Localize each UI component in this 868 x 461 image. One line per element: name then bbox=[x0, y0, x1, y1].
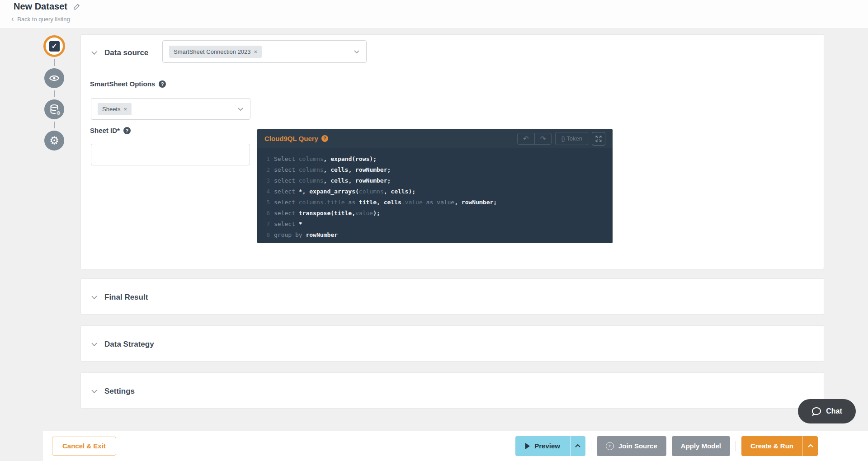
final-result-section-header[interactable]: Final Result bbox=[91, 293, 148, 302]
line-number: 4 bbox=[264, 186, 270, 197]
chat-button[interactable]: Chat bbox=[798, 399, 856, 423]
eye-icon bbox=[49, 74, 60, 82]
chevron-left-icon: ‹ bbox=[11, 15, 14, 23]
play-icon bbox=[525, 443, 530, 449]
stepper-connector bbox=[54, 90, 55, 97]
help-icon[interactable]: ? bbox=[159, 80, 166, 88]
data-strategy-card: Data Strategy bbox=[80, 325, 824, 362]
gear-icon: ⚙ bbox=[49, 135, 59, 146]
remove-tag-icon[interactable]: × bbox=[123, 106, 127, 113]
code-line: 5select columns.title as title, cells.va… bbox=[264, 197, 609, 208]
code-line: 3select columns, cells, rowNumber; bbox=[264, 175, 609, 186]
code-line: 7select * bbox=[264, 219, 609, 230]
stepper-step-query[interactable]: ✓ bbox=[43, 35, 65, 57]
remove-tag-icon[interactable]: × bbox=[254, 48, 258, 55]
preview-label: Preview bbox=[534, 442, 560, 450]
preview-button[interactable]: Preview bbox=[515, 436, 570, 456]
preview-options-caret[interactable] bbox=[570, 436, 585, 456]
stepper-step-settings[interactable]: ⚙ bbox=[44, 131, 64, 151]
page-header: New Dataset ‹ Back to query listing bbox=[0, 0, 868, 28]
redo-button[interactable]: ↷ bbox=[535, 133, 552, 144]
code-line: 1Select columns, expand(rows); bbox=[264, 154, 609, 165]
apply-model-button[interactable]: Apply Model bbox=[672, 436, 730, 456]
settings-section-header[interactable]: Settings bbox=[91, 387, 135, 396]
footer-action-bar: Cancel & Exit Preview + Join Source Appl… bbox=[43, 431, 868, 461]
help-icon[interactable]: ? bbox=[123, 127, 131, 134]
create-run-button-group: Create & Run bbox=[741, 436, 818, 456]
smartsheet-options-select[interactable]: Sheets × bbox=[91, 98, 250, 120]
expand-icon bbox=[595, 135, 602, 142]
sheet-id-input[interactable] bbox=[91, 144, 250, 165]
cancel-exit-button[interactable]: Cancel & Exit bbox=[52, 437, 116, 456]
expand-fullscreen-button[interactable] bbox=[592, 132, 605, 146]
section-title: Data Strategy bbox=[104, 340, 154, 349]
section-title: Final Result bbox=[104, 293, 148, 302]
code-line: 8group by rowNumber bbox=[264, 230, 609, 240]
chevron-down-icon bbox=[91, 389, 98, 394]
chevron-down-icon bbox=[91, 295, 98, 300]
chevron-down-icon bbox=[237, 107, 244, 111]
help-icon[interactable]: ? bbox=[321, 135, 328, 142]
sheets-tag: Sheets × bbox=[98, 103, 132, 115]
label-text: SmartSheet Options bbox=[90, 80, 155, 88]
line-number: 1 bbox=[264, 154, 270, 165]
data-source-card: Data source SmartSheet Connection 2023 ×… bbox=[80, 34, 824, 269]
join-source-button[interactable]: + Join Source bbox=[597, 436, 666, 456]
divider bbox=[591, 441, 591, 451]
chevron-down-icon bbox=[91, 51, 98, 55]
join-source-label: Join Source bbox=[618, 442, 657, 450]
tag-label: SmartSheet Connection 2023 bbox=[174, 48, 251, 55]
undo-redo-group: ↶ ↷ bbox=[517, 133, 552, 145]
code-line: 2select columns, cells, rowNumber; bbox=[264, 165, 609, 175]
stepper-step-data[interactable]: ⚙ bbox=[44, 99, 64, 119]
section-title: Data source bbox=[104, 48, 148, 57]
chat-label: Chat bbox=[826, 407, 842, 415]
code-lines[interactable]: 1Select columns, expand(rows);2select co… bbox=[257, 148, 613, 240]
mini-gear-icon: ⚙ bbox=[56, 111, 61, 116]
stepper-connector bbox=[54, 122, 55, 128]
line-number: 3 bbox=[264, 175, 270, 186]
code-editor-header: Cloud9QL Query ? ↶ ↷ {} Token bbox=[257, 129, 613, 148]
cloud9ql-editor: Cloud9QL Query ? ↶ ↷ {} Token 1Select co… bbox=[257, 129, 613, 243]
title-text: Cloud9QL Query bbox=[264, 135, 318, 142]
sheet-id-label: Sheet ID* ? bbox=[90, 127, 131, 134]
create-run-options-caret[interactable] bbox=[802, 436, 818, 456]
tag-label: Sheets bbox=[102, 106, 120, 113]
line-number: 6 bbox=[264, 208, 270, 219]
plus-circle-icon: + bbox=[606, 442, 614, 450]
settings-card: Settings bbox=[80, 372, 824, 409]
line-number: 2 bbox=[264, 165, 270, 175]
stepper: ✓ ⚙ ⚙ bbox=[43, 35, 65, 151]
line-number: 5 bbox=[264, 197, 270, 208]
code-line: 4select *, expand_arrays(columns, cells)… bbox=[264, 186, 609, 197]
chevron-down-icon bbox=[91, 342, 98, 347]
line-number: 7 bbox=[264, 219, 270, 230]
back-to-query-listing-link[interactable]: ‹ Back to query listing bbox=[11, 15, 70, 23]
undo-button[interactable]: ↶ bbox=[518, 133, 535, 144]
data-source-select[interactable]: SmartSheet Connection 2023 × bbox=[162, 40, 367, 63]
back-link-label: Back to query listing bbox=[17, 16, 70, 23]
smartsheet-options-label: SmartSheet Options ? bbox=[90, 80, 166, 88]
preview-button-group: Preview bbox=[515, 436, 585, 456]
chevron-down-icon bbox=[354, 50, 360, 54]
data-strategy-section-header[interactable]: Data Strategy bbox=[91, 340, 154, 349]
divider bbox=[736, 441, 736, 451]
section-title: Settings bbox=[104, 387, 135, 396]
stepper-connector bbox=[54, 59, 55, 66]
chat-bubble-icon bbox=[811, 407, 821, 416]
data-source-tag: SmartSheet Connection 2023 × bbox=[169, 46, 262, 58]
page-title: New Dataset bbox=[14, 1, 67, 12]
code-line: 6select transpose(title,value); bbox=[264, 208, 609, 219]
create-run-button[interactable]: Create & Run bbox=[741, 436, 802, 456]
line-number: 8 bbox=[264, 230, 270, 240]
token-button[interactable]: {} Token bbox=[555, 132, 588, 145]
checkbox-icon: ✓ bbox=[49, 41, 60, 52]
data-source-section-header[interactable]: Data source bbox=[91, 48, 148, 57]
stepper-step-preview[interactable] bbox=[44, 68, 64, 88]
chevron-up-icon bbox=[575, 444, 581, 448]
edit-pencil-icon[interactable] bbox=[73, 3, 80, 10]
code-editor-title: Cloud9QL Query ? bbox=[264, 135, 328, 142]
chevron-up-icon bbox=[807, 444, 814, 448]
final-result-card: Final Result bbox=[80, 278, 824, 315]
label-text: Sheet ID* bbox=[90, 127, 120, 134]
